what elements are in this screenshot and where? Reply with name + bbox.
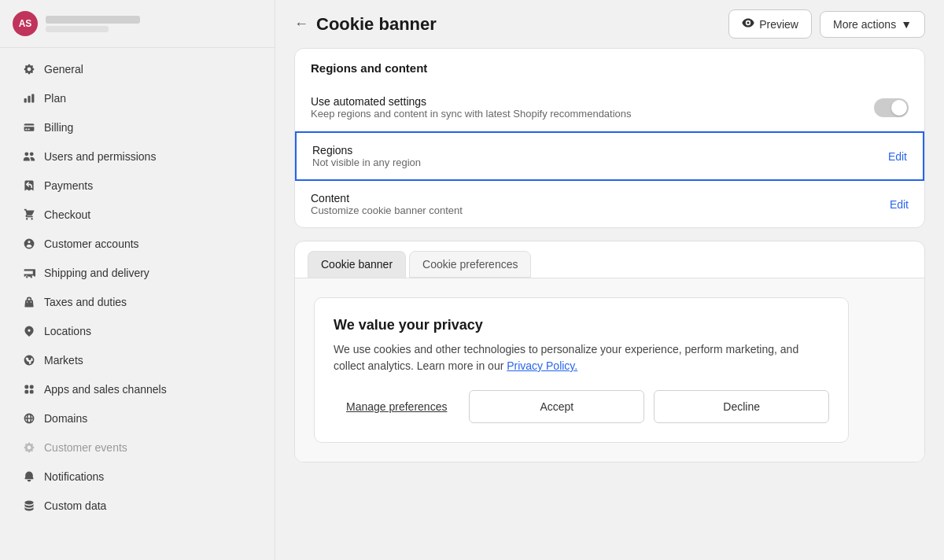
cookie-banner-title: We value your privacy — [334, 317, 829, 333]
sidebar-navigation: General Plan Billing Users and permissio… — [0, 48, 275, 527]
manage-preferences-button[interactable]: Manage preferences — [334, 392, 459, 421]
store-name — [46, 16, 140, 24]
store-info — [46, 16, 262, 32]
billing-icon — [22, 120, 36, 134]
store-sub — [46, 26, 109, 32]
checkout-icon — [22, 208, 36, 222]
cookie-banner-text: We use cookies and other technologies to… — [334, 341, 829, 374]
content-row-title: Content — [311, 192, 463, 204]
automated-settings-subtitle: Keep regions and content in sync with la… — [311, 108, 632, 120]
sidebar-item-checkout[interactable]: Checkout — [6, 201, 268, 229]
payments-icon — [22, 179, 36, 193]
sidebar-item-apps[interactable]: Apps and sales channels — [6, 375, 268, 403]
sidebar-item-customer-accounts[interactable]: Customer accounts — [6, 230, 268, 258]
regions-title: Regions — [312, 144, 421, 157]
sidebar-item-customer-events: Customer events — [6, 433, 268, 462]
sidebar-header: AS — [0, 0, 275, 48]
sidebar-item-domains[interactable]: Domains — [6, 404, 268, 433]
automated-settings-title: Use automated settings — [311, 95, 632, 108]
sidebar-item-payments-label: Payments — [44, 179, 93, 192]
regions-content-card: Regions and content Use automated settin… — [294, 48, 925, 228]
sidebar-item-taxes[interactable]: Taxes and duties — [6, 288, 268, 316]
sidebar-item-users[interactable]: Users and permissions — [6, 142, 268, 171]
plan-icon — [22, 91, 36, 105]
sidebar-item-checkout-label: Checkout — [44, 208, 90, 221]
sidebar-item-shipping-label: Shipping and delivery — [44, 267, 149, 279]
preview-icon — [742, 17, 754, 31]
regions-subtitle: Not visible in any region — [312, 157, 421, 168]
accept-button[interactable]: Accept — [469, 390, 644, 423]
main-content: ← Cookie banner Preview More actions ▼ R… — [275, 0, 944, 560]
sidebar-item-customer-events-label: Customer events — [44, 441, 127, 454]
apps-icon — [22, 382, 36, 396]
sidebar: AS General Plan Billing — [0, 0, 275, 560]
locations-icon — [22, 324, 36, 338]
sidebar-item-markets[interactable]: Markets — [6, 346, 268, 374]
page-title: Cookie banner — [316, 14, 437, 35]
sidebar-item-domains-label: Domains — [44, 412, 87, 425]
sidebar-item-notifications-label: Notifications — [44, 470, 104, 483]
preview-label: Preview — [759, 18, 798, 31]
tab-cookie-banner[interactable]: Cookie banner — [308, 251, 406, 278]
avatar: AS — [13, 11, 38, 36]
cookie-preview-card: Cookie banner Cookie preferences We valu… — [294, 241, 925, 462]
sidebar-item-locations[interactable]: Locations — [6, 317, 268, 345]
taxes-icon — [22, 295, 36, 309]
regions-row-text: Regions Not visible in any region — [312, 144, 421, 168]
automated-settings-row: Use automated settings Keep regions and … — [295, 84, 924, 131]
sidebar-item-taxes-label: Taxes and duties — [44, 296, 127, 308]
sidebar-item-custom-data[interactable]: Custom data — [6, 492, 268, 520]
tab-bar: Cookie banner Cookie preferences — [295, 241, 924, 278]
sidebar-item-general-label: General — [44, 63, 83, 76]
sidebar-item-plan-label: Plan — [44, 92, 66, 105]
regions-row: Regions Not visible in any region Edit — [295, 131, 924, 181]
cookie-preview-area: We value your privacy We use cookies and… — [295, 278, 924, 462]
domains-icon — [22, 411, 36, 426]
customer-events-icon — [22, 440, 36, 455]
shipping-icon — [22, 266, 36, 280]
markets-icon — [22, 353, 36, 367]
cookie-banner-actions: Manage preferences Accept Decline — [334, 390, 829, 423]
more-actions-button[interactable]: More actions ▼ — [820, 11, 925, 38]
sidebar-item-markets-label: Markets — [44, 354, 83, 367]
sidebar-item-apps-label: Apps and sales channels — [44, 383, 167, 396]
regions-edit-link[interactable]: Edit — [888, 150, 907, 163]
sidebar-item-billing[interactable]: Billing — [6, 113, 268, 142]
notifications-icon — [22, 470, 36, 484]
sidebar-item-notifications[interactable]: Notifications — [6, 462, 268, 491]
more-actions-label: More actions — [833, 18, 896, 31]
sidebar-item-customer-accounts-label: Customer accounts — [44, 238, 139, 250]
general-icon — [22, 62, 36, 76]
content-row: Content Customize cookie banner content … — [295, 181, 924, 227]
regions-content-title: Regions and content — [295, 49, 924, 84]
sidebar-item-plan[interactable]: Plan — [6, 84, 268, 112]
sidebar-item-general[interactable]: General — [6, 55, 268, 83]
topbar-left: ← Cookie banner — [294, 14, 437, 35]
automated-settings-text: Use automated settings Keep regions and … — [311, 95, 632, 120]
back-button[interactable]: ← — [294, 16, 308, 32]
automated-settings-toggle[interactable] — [874, 98, 909, 117]
sidebar-item-billing-label: Billing — [44, 121, 73, 134]
preview-button[interactable]: Preview — [728, 9, 812, 39]
content-edit-link[interactable]: Edit — [890, 198, 909, 211]
sidebar-item-custom-data-label: Custom data — [44, 499, 106, 512]
privacy-policy-link[interactable]: Privacy Policy. — [507, 359, 577, 372]
sidebar-item-payments[interactable]: Payments — [6, 171, 268, 200]
content-row-text: Content Customize cookie banner content — [311, 192, 463, 216]
customer-accounts-icon — [22, 237, 36, 251]
sidebar-item-locations-label: Locations — [44, 325, 91, 337]
chevron-down-icon: ▼ — [901, 18, 912, 31]
content-row-subtitle: Customize cookie banner content — [311, 204, 463, 216]
decline-button[interactable]: Decline — [654, 390, 829, 423]
tab-cookie-preferences[interactable]: Cookie preferences — [409, 251, 531, 278]
topbar: ← Cookie banner Preview More actions ▼ — [275, 0, 944, 48]
cookie-banner-box: We value your privacy We use cookies and… — [314, 297, 849, 443]
custom-data-icon — [22, 499, 36, 513]
sidebar-item-users-label: Users and permissions — [44, 150, 156, 163]
page-content: Regions and content Use automated settin… — [275, 48, 944, 481]
users-icon — [22, 149, 36, 164]
topbar-right: Preview More actions ▼ — [728, 9, 925, 39]
sidebar-item-shipping[interactable]: Shipping and delivery — [6, 259, 268, 287]
